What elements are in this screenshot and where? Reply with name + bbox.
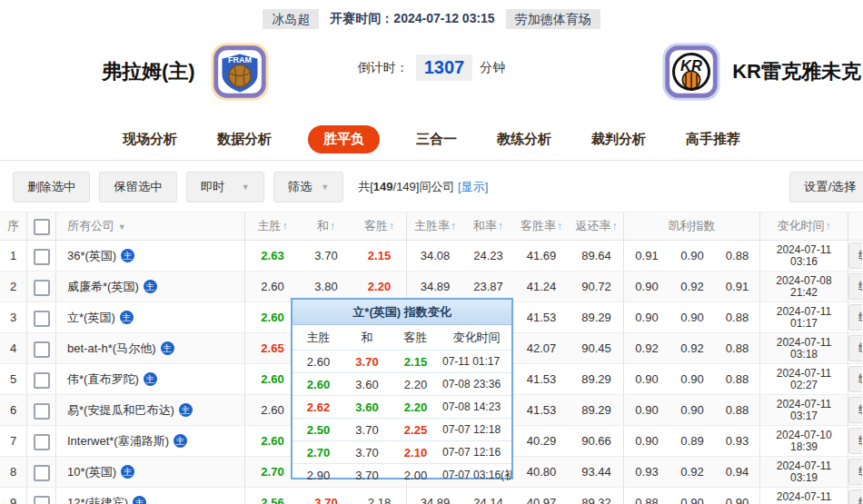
row-checkbox[interactable] xyxy=(34,403,50,420)
away-odds: 2.15 xyxy=(352,241,407,271)
tab-高手推荐[interactable]: 高手推荐 xyxy=(682,125,744,153)
header-company[interactable]: 所有公司 ▼ xyxy=(56,212,245,240)
row-checkbox[interactable] xyxy=(34,311,50,327)
kelly-2: 0.90 xyxy=(670,395,715,425)
row-action-button[interactable]: 统 xyxy=(848,428,862,454)
company-count: 共[149/149]间公司 [显示] xyxy=(358,179,488,195)
kelly-1: 0.90 xyxy=(624,395,670,425)
row-action-button[interactable]: 统 xyxy=(848,304,862,331)
venue-badge: 劳加德体育场 xyxy=(506,9,600,29)
host-company-icon: 主 xyxy=(121,465,134,479)
popup-draw-odds: 3.70 xyxy=(344,423,390,437)
header-away-rate[interactable]: 客胜率↑ xyxy=(513,212,570,240)
home-rate: 34.08 xyxy=(407,241,463,271)
action-cell: 统 xyxy=(848,241,862,271)
row-checkbox[interactable] xyxy=(34,341,50,358)
popup-draw-odds: 3.60 xyxy=(344,400,390,414)
change-time: 03:18 xyxy=(760,349,848,361)
sort-up-icon: ↑ xyxy=(283,220,288,232)
change-time-cell: 2024-07-1018:39 xyxy=(760,426,848,456)
row-action-button[interactable]: 统 xyxy=(848,242,862,269)
kelly-3: 0.94 xyxy=(715,457,760,487)
change-date: 2024-07-08 xyxy=(760,275,848,287)
header-home-odds[interactable]: 主胜↑ xyxy=(245,212,300,240)
keep-selected-button[interactable]: 保留选中 xyxy=(99,172,176,203)
header-draw-rate[interactable]: 和率↑ xyxy=(463,212,513,240)
company-cell[interactable]: 易*(安提瓜和巴布达)主 xyxy=(56,395,245,425)
kelly-3: 0.88 xyxy=(715,364,760,394)
header-change-time[interactable]: 变化时间↑ xyxy=(760,212,848,240)
kelly-2: 0.92 xyxy=(670,457,715,487)
header-away-odds[interactable]: 客胜↑ xyxy=(352,212,407,240)
tab-裁判分析[interactable]: 裁判分析 xyxy=(588,125,650,153)
row-checkbox[interactable] xyxy=(34,249,50,265)
popup-header-time: 变化时间 xyxy=(441,330,511,346)
tab-数据分析[interactable]: 数据分析 xyxy=(213,125,275,153)
select-all-checkbox[interactable] xyxy=(34,219,50,235)
kelly-1: 0.90 xyxy=(624,364,670,394)
kickoff-time: 开赛时间：2024-07-12 03:15 xyxy=(330,11,494,27)
change-date: 2024-07-11 xyxy=(760,491,848,503)
company-cell[interactable]: 立*(英国)主 xyxy=(56,302,245,332)
popup-home-odds: 2.60 xyxy=(293,355,344,369)
draw-odds: 3.70 xyxy=(300,488,352,504)
company-cell[interactable]: 威廉希*(英国)主 xyxy=(56,272,245,301)
host-company-icon: 主 xyxy=(144,372,157,386)
row-action-button[interactable]: 统 xyxy=(848,459,862,485)
company-cell[interactable]: bet-at-h*(马尔他)主 xyxy=(56,333,245,363)
row-action-button[interactable]: 统 xyxy=(848,273,862,300)
instant-dropdown[interactable]: 即时 ▼ xyxy=(186,172,264,203)
row-checkbox[interactable] xyxy=(34,465,50,481)
away-rate: 41.24 xyxy=(513,272,570,301)
company-name: 威廉希*(英国) xyxy=(67,272,139,301)
row-checkbox[interactable] xyxy=(34,434,50,450)
change-time: 18:39 xyxy=(760,441,848,453)
return-rate: 89.29 xyxy=(570,364,624,394)
company-cell[interactable]: Interwet*(塞浦路斯)主 xyxy=(56,426,245,456)
kelly-2: 0.90 xyxy=(670,302,715,332)
header-return-rate[interactable]: 返还率↑ xyxy=(570,212,624,240)
popup-row: 2.603.702.1507-11 01:17 xyxy=(293,351,511,373)
tab-三合一[interactable]: 三合一 xyxy=(412,125,461,153)
row-action-button[interactable]: 统 xyxy=(848,335,862,361)
popup-home-odds: 2.50 xyxy=(293,423,344,437)
kelly-1: 0.91 xyxy=(624,241,670,271)
home-rate: 34.89 xyxy=(407,488,463,504)
popup-away-odds: 2.00 xyxy=(390,469,441,482)
header-select-all xyxy=(27,212,56,240)
tab-胜平负[interactable]: 胜平负 xyxy=(308,125,380,153)
row-checkbox[interactable] xyxy=(34,496,50,504)
tab-现场分析[interactable]: 现场分析 xyxy=(119,125,181,153)
away-rate: 41.53 xyxy=(513,302,570,332)
row-checkbox[interactable] xyxy=(34,280,50,296)
settings-select-button[interactable]: 设置/选择 xyxy=(789,172,863,203)
company-cell[interactable]: 伟*(直布罗陀)主 xyxy=(56,364,245,394)
row-action-button[interactable]: 统 xyxy=(848,366,862,392)
popup-title: 立*(英国) 指数变化 xyxy=(293,300,511,325)
header-home-rate[interactable]: 主胜率↑ xyxy=(407,212,463,240)
popup-header-away: 客胜 xyxy=(390,330,441,346)
sort-up-icon: ↑ xyxy=(498,220,503,232)
row-number: 4 xyxy=(0,333,27,363)
company-cell[interactable]: 12*(菲律宾)主 xyxy=(56,488,245,504)
company-cell[interactable]: 10*(英国)主 xyxy=(56,457,245,487)
host-company-icon: 主 xyxy=(174,434,187,448)
row-checkbox[interactable] xyxy=(34,372,50,389)
row-action-button[interactable]: 统 xyxy=(848,489,862,504)
tab-教练分析[interactable]: 教练分析 xyxy=(493,125,555,153)
company-cell[interactable]: 36*(英国)主 xyxy=(56,241,245,271)
row-action-button[interactable]: 统 xyxy=(848,397,862,423)
match-info-bar: 冰岛超 开赛时间：2024-07-12 03:15 劳加德体育场 xyxy=(0,7,863,31)
header-draw-odds[interactable]: 和↑ xyxy=(300,212,352,240)
away-odds: 2.18 xyxy=(352,488,407,504)
action-cell: 统 xyxy=(848,302,862,332)
filter-dropdown[interactable]: 筛选 ▼ xyxy=(273,172,344,203)
kelly-3: 0.90 xyxy=(715,488,760,504)
delete-selected-button[interactable]: 删除选中 xyxy=(13,172,90,203)
company-count-number: 149 xyxy=(373,180,393,193)
company-name: 易*(安提瓜和巴布达) xyxy=(67,395,174,425)
change-time-cell: 2024-07-1103:19 xyxy=(760,457,848,487)
show-link[interactable]: [显示] xyxy=(458,180,488,193)
kelly-3: 0.91 xyxy=(715,272,760,301)
change-time: 03:19 xyxy=(760,472,848,484)
